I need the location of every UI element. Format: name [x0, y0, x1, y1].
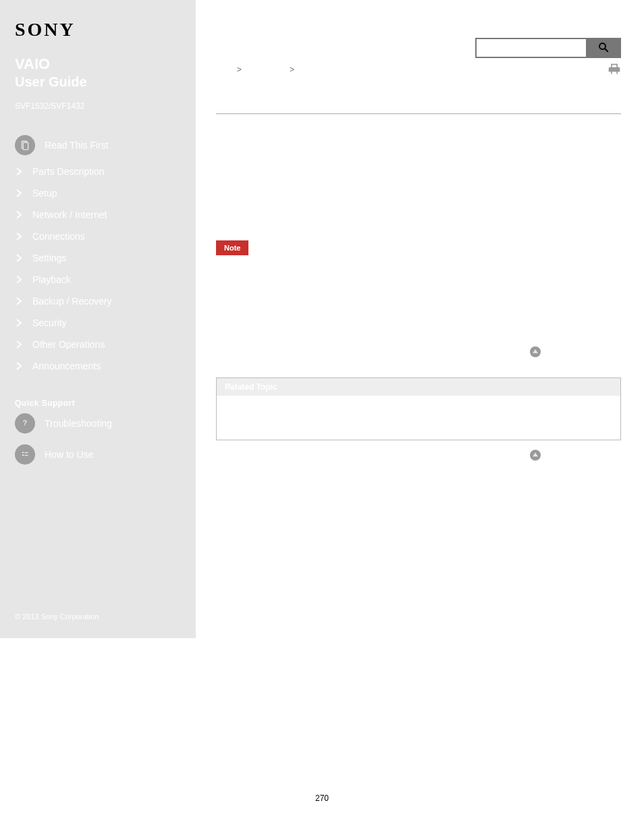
sidebar-item-settings[interactable]: Settings — [15, 247, 181, 269]
search-bar — [475, 38, 621, 58]
sidebar-item-security[interactable]: Security — [15, 312, 181, 334]
go-top-link[interactable]: Go to top of the page — [216, 346, 621, 357]
chevron-right-icon — [15, 189, 23, 197]
arrow-up-icon — [530, 450, 541, 461]
sidebar-item-label: Security — [32, 317, 67, 328]
step-1: 1. Plug the power cord of your external … — [216, 186, 621, 199]
intro-text: If a recovery disc or disc playback is r… — [216, 126, 621, 221]
related-heading: Related Topic — [217, 378, 620, 396]
sidebar-nav: Read This First Parts Description Setup … — [15, 130, 181, 470]
step-2-text: Plug one end of a USB cable ( 3 ) into t… — [225, 209, 572, 219]
sidebar-item-label: Playback — [32, 274, 71, 285]
sidebar-item-label: Troubleshooting — [45, 418, 112, 429]
chevron-right-icon — [15, 297, 23, 305]
sidebar-item-network[interactable]: Network / Internet — [15, 204, 181, 226]
sidebar-item-label: Other Operations — [32, 339, 105, 350]
go-top-link[interactable]: Go to top of the page — [216, 450, 621, 461]
sidebar-item-label: Parts Description — [32, 166, 105, 177]
chevron-right-icon — [15, 319, 23, 327]
brand-logo: SONY — [15, 19, 181, 41]
chevron-right-icon — [15, 362, 23, 370]
sidebar-item-connections[interactable]: Connections — [15, 226, 181, 247]
model-numbers: SVF1532/SVF1432 — [15, 101, 181, 112]
note-item: Be sure to connect an external drive to … — [231, 261, 621, 273]
sidebar-item-playback[interactable]: Playback — [15, 269, 181, 290]
sidebar-item-announce[interactable]: Announcements — [15, 355, 181, 377]
svg-rect-6 — [24, 455, 28, 456]
breadcrumb-cddvd[interactable]: CD/DVD/BD — [302, 65, 346, 74]
note-item: If you disconnect the drive or turn off … — [231, 312, 621, 338]
breadcrumb-sep: > — [237, 65, 242, 74]
sidebar-item-label: Setup — [32, 188, 57, 199]
sidebar-item-read-first[interactable]: Read This First — [15, 130, 181, 161]
note-flag: Note — [216, 240, 248, 255]
svg-marker-9 — [533, 350, 538, 353]
step-1-num: 1. — [216, 187, 225, 197]
intro-p1: If a recovery disc or disc playback is r… — [216, 126, 621, 153]
svg-line-8 — [605, 49, 608, 52]
related-box: Related Topic Connecting a USB Device Bo… — [216, 377, 621, 440]
svg-rect-3 — [22, 452, 24, 453]
chevron-right-icon — [15, 232, 23, 240]
page-title: Connecting an External Drive — [216, 89, 621, 114]
sidebar-item-parts[interactable]: Parts Description — [15, 161, 181, 182]
guide-title: User Guide — [15, 74, 181, 90]
question-icon: ? — [15, 413, 35, 434]
support-heading: Quick Support — [15, 398, 181, 408]
chevron-right-icon — [15, 340, 23, 348]
svg-text:?: ? — [23, 419, 28, 427]
search-input[interactable] — [475, 38, 586, 58]
related-link[interactable]: Connecting a USB Device — [238, 402, 614, 418]
intro-p2: Refer to the manual that came with your … — [216, 163, 621, 176]
main-content: Top > Playback > CD/DVD/BD Connecting an… — [216, 27, 621, 461]
step-2-num: 2. — [216, 209, 225, 219]
svg-marker-10 — [533, 453, 538, 457]
breadcrumb: Top > Playback > CD/DVD/BD — [216, 65, 621, 74]
search-icon — [597, 41, 610, 55]
sidebar-item-label: Read This First — [45, 140, 109, 151]
list-icon — [15, 444, 35, 465]
sidebar-item-troubleshoot[interactable]: ? Troubleshooting — [15, 408, 181, 439]
chevron-right-icon — [15, 276, 23, 284]
sidebar-item-other-ops[interactable]: Other Operations — [15, 334, 181, 355]
svg-rect-4 — [24, 452, 28, 453]
sidebar-item-label: Announcements — [32, 361, 101, 371]
svg-point-7 — [599, 43, 606, 49]
sidebar-item-label: Network / Internet — [32, 209, 107, 220]
svg-rect-1 — [23, 142, 28, 150]
related-link[interactable]: Booting Your VAIO Computer from External… — [238, 418, 614, 434]
sidebar-item-label: Backup / Recovery — [32, 296, 112, 307]
print-icon[interactable] — [608, 62, 621, 76]
chevron-right-icon — [15, 254, 23, 262]
copyright: © 2013 Sony Corporation — [15, 613, 99, 621]
sidebar-item-label: Connections — [32, 231, 85, 242]
go-top-label: Go to top of the page — [545, 347, 621, 357]
breadcrumb-top[interactable]: Top — [216, 65, 229, 74]
product-name: VAIO — [15, 55, 181, 73]
doc-icon — [15, 135, 35, 155]
sidebar: SONY VAIO User Guide SVF1532/SVF1432 Rea… — [0, 0, 196, 638]
go-top-label: Go to top of the page — [545, 450, 621, 460]
arrow-up-icon — [530, 346, 541, 357]
note-item: When disconnecting the drive, follow the… — [231, 280, 621, 305]
note-list: Be sure to connect an external drive to … — [231, 261, 621, 338]
sidebar-item-label: Settings — [32, 253, 67, 263]
sidebar-item-howto[interactable]: How to Use — [15, 439, 181, 470]
step-2: 2. Plug one end of a USB cable ( 3 ) int… — [216, 208, 621, 221]
step-1-text: Plug the power cord of your external dri… — [225, 187, 475, 197]
chevron-right-icon — [15, 167, 23, 176]
sidebar-item-backup[interactable]: Backup / Recovery — [15, 290, 181, 312]
sidebar-item-label: How to Use — [45, 449, 93, 460]
sidebar-item-setup[interactable]: Setup — [15, 182, 181, 204]
svg-rect-5 — [22, 454, 24, 456]
breadcrumb-playback[interactable]: Playback — [249, 65, 282, 74]
chevron-right-icon — [15, 211, 23, 219]
search-button[interactable] — [586, 38, 621, 58]
breadcrumb-sep: > — [290, 65, 294, 74]
